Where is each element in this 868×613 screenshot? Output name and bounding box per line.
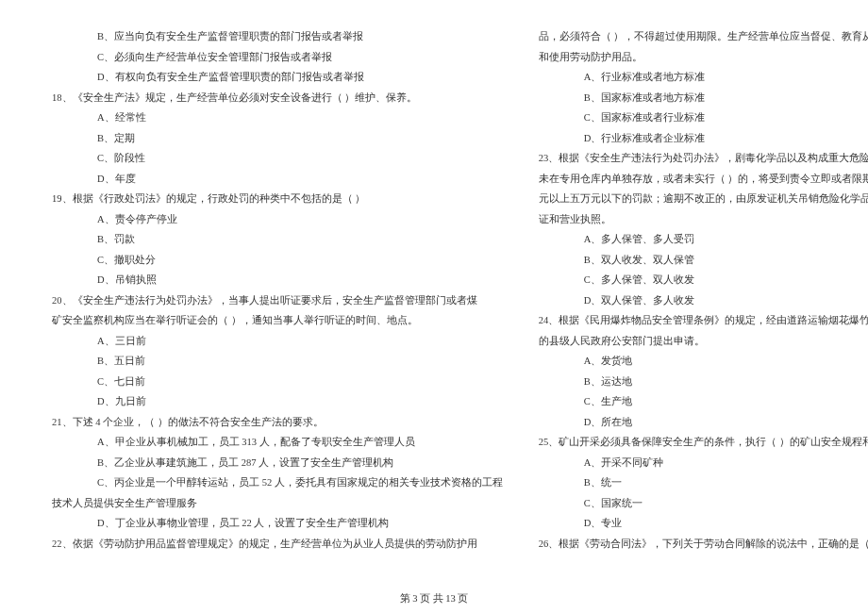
right-line: 未在专用仓库内单独存放，或者未实行（ ）的，将受到责令立即或者限期改正，并处一万 — [539, 169, 868, 190]
right-line: 品，必须符合（ ），不得超过使用期限。生产经营单位应当督促、教育从业人员正确佩戴 — [539, 26, 868, 47]
right-line: C、国家标准或者行业标准 — [539, 108, 868, 128]
right-line: 24、根据《民用爆炸物品安全管理条例》的规定，经由道路运输烟花爆竹的，托运人应当… — [539, 310, 868, 331]
right-line: 23、根据《安全生产违法行为处罚办法》，剧毒化学品以及构成重大危险源的其他危险化… — [539, 148, 868, 169]
right-line: 证和营业执照。 — [539, 209, 868, 230]
right-line: 元以上五万元以下的罚款；逾期不改正的，由原发证机关吊销危险化学品生产许可证、经营… — [539, 189, 868, 209]
right-line: A、多人保管、多人受罚 — [539, 229, 868, 250]
right-line: B、统一 — [539, 472, 868, 493]
right-line: 25、矿山开采必须具备保障安全生产的条件，执行（ ）的矿山安全规程和行业技术规范… — [539, 432, 868, 453]
left-line: A、经常性 — [52, 108, 503, 128]
left-line: B、应当向负有安全生产监督管理职责的部门报告或者举报 — [52, 26, 503, 47]
right-line: D、专业 — [539, 513, 868, 534]
right-line: 和使用劳动防护用品。 — [539, 47, 868, 68]
right-line: D、行业标准或者企业标准 — [539, 128, 868, 149]
left-column: B、应当向负有安全生产监督管理职责的部门报告或者举报C、必须向生产经营单位安全管… — [52, 26, 503, 583]
right-line: 的县级人民政府公安部门提出申请。 — [539, 331, 868, 352]
left-line: D、九日前 — [52, 391, 503, 412]
left-line: D、吊销执照 — [52, 270, 503, 290]
right-line: B、运达地 — [539, 372, 868, 392]
right-line: D、所在地 — [539, 412, 868, 433]
left-line: A、责令停产停业 — [52, 209, 503, 230]
right-line: C、国家统一 — [539, 493, 868, 514]
left-line: 19、根据《行政处罚法》的规定，行政处罚的种类中不包括的是（ ） — [52, 189, 503, 209]
right-line: C、生产地 — [539, 391, 868, 412]
left-line: 矿安全监察机构应当在举行听证会的（ ），通知当事人举行听证的时间、地点。 — [52, 310, 503, 331]
left-line: C、七日前 — [52, 372, 503, 392]
left-line: 21、下述 4 个企业，（ ）的做法不符合安全生产法的要求。 — [52, 412, 503, 433]
left-line: D、年度 — [52, 169, 503, 190]
left-line: B、五日前 — [52, 351, 503, 372]
left-line: C、撤职处分 — [52, 250, 503, 271]
right-line: A、行业标准或者地方标准 — [539, 67, 868, 88]
left-line: A、甲企业从事机械加工，员工 313 人，配备了专职安全生产管理人员 — [52, 432, 503, 453]
left-line: C、丙企业是一个甲醇转运站，员工 52 人，委托具有国家规定的相关专业技术资格的… — [52, 472, 503, 493]
right-column: 品，必须符合（ ），不得超过使用期限。生产经营单位应当督促、教育从业人员正确佩戴… — [539, 26, 868, 583]
left-line: D、有权向负有安全生产监督管理职责的部门报告或者举报 — [52, 67, 503, 88]
left-line: B、乙企业从事建筑施工，员工 287 人，设置了安全生产管理机构 — [52, 453, 503, 473]
left-line: 20、《安全生产违法行为处罚办法》，当事人提出听证要求后，安全生产监督管理部门或… — [52, 290, 503, 311]
left-line: D、丁企业从事物业管理，员工 22 人，设置了安全生产管理机构 — [52, 513, 503, 534]
right-line: C、多人保管、双人收发 — [539, 270, 868, 290]
two-column-layout: B、应当向负有安全生产监督管理职责的部门报告或者举报C、必须向生产经营单位安全管… — [52, 26, 816, 583]
right-line: B、双人收发、双人保管 — [539, 250, 868, 271]
page-footer: 第 3 页 共 13 页 — [0, 592, 868, 605]
left-line: 22、依据《劳动防护用品监督管理规定》的规定，生产经营单位为从业人员提供的劳动防… — [52, 534, 503, 555]
left-line: C、必须向生产经营单位安全管理部门报告或者举报 — [52, 47, 503, 68]
right-line: D、双人保管、多人收发 — [539, 290, 868, 311]
right-line: 26、根据《劳动合同法》，下列关于劳动合同解除的说法中，正确的是（ ） — [539, 534, 868, 555]
left-line: 18、《安全生产法》规定，生产经营单位必须对安全设备进行（ ）维护、保养。 — [52, 88, 503, 108]
left-line: B、定期 — [52, 128, 503, 149]
left-line: B、罚款 — [52, 229, 503, 250]
left-line: 技术人员提供安全生产管理服务 — [52, 493, 503, 514]
right-line: B、国家标准或者地方标准 — [539, 88, 868, 108]
left-line: A、三日前 — [52, 331, 503, 352]
right-line: A、发货地 — [539, 351, 868, 372]
right-line: A、开采不同矿种 — [539, 453, 868, 473]
left-line: C、阶段性 — [52, 148, 503, 169]
